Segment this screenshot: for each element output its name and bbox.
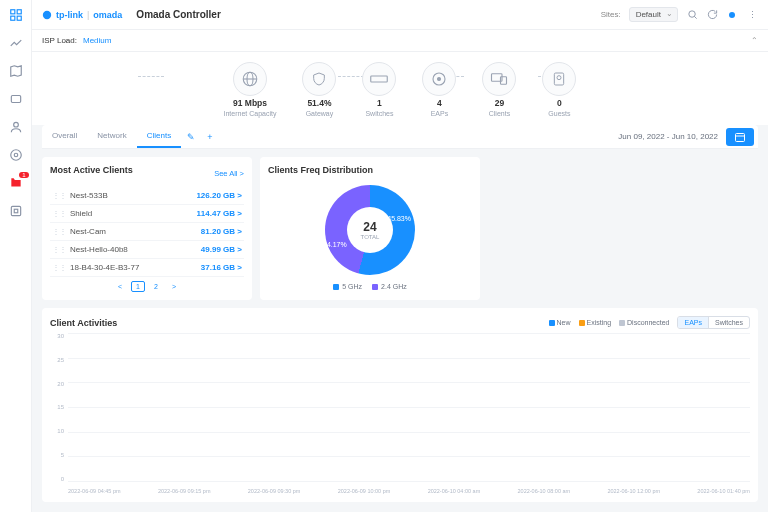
topo-eaps[interactable]: 4 EAPs — [422, 62, 456, 117]
client-traffic: 126.20 GB > — [196, 191, 242, 200]
toggle-switches[interactable]: Switches — [709, 317, 749, 328]
svg-point-5 — [13, 122, 18, 127]
client-name: 18-B4-30-4E-B3-77 — [70, 263, 139, 272]
sites-label: Sites: — [601, 10, 621, 19]
svg-line-12 — [694, 16, 696, 18]
topo-switches[interactable]: 1 Switches — [362, 62, 396, 117]
svg-point-23 — [557, 76, 561, 80]
svg-point-11 — [688, 11, 694, 17]
isp-label: ISP Load: — [42, 36, 77, 45]
activities-title: Client Activities — [50, 318, 117, 328]
freq-legend: 5 GHz 2.4 GHz — [333, 283, 407, 290]
svg-rect-0 — [10, 10, 14, 14]
svg-rect-9 — [14, 209, 18, 213]
freq-panel: Clients Freq Distribution 24 TOTAL 45.83… — [260, 157, 480, 300]
brand-a: tp-link — [56, 10, 83, 20]
site-select[interactable]: Default — [629, 7, 678, 22]
calendar-button[interactable] — [726, 128, 754, 146]
svg-rect-4 — [11, 96, 20, 103]
client-name: Nest-Cam — [70, 227, 106, 236]
client-traffic: 49.99 GB > — [201, 245, 242, 254]
topo-gateway[interactable]: 51.4% Gateway — [302, 62, 336, 117]
pager-next[interactable]: > — [167, 281, 181, 292]
refresh-icon[interactable] — [706, 9, 718, 21]
tab-network[interactable]: Network — [87, 125, 136, 148]
drag-icon: ⋮⋮ — [52, 263, 66, 272]
pager-1[interactable]: 1 — [131, 281, 145, 292]
date-range: Jun 09, 2022 - Jun 10, 2022 — [618, 132, 726, 141]
client-row[interactable]: ⋮⋮18-B4-30-4E-B3-7737.16 GB > — [50, 259, 244, 277]
donut-total-label: TOTAL — [361, 234, 380, 240]
topology-strip: 91 Mbps Internet Capacity 51.4% Gateway … — [32, 52, 768, 125]
nav-statistics-icon[interactable] — [9, 36, 23, 50]
tab-overall[interactable]: Overall — [42, 125, 87, 148]
donut-total: 24 — [363, 220, 376, 234]
svg-rect-2 — [10, 16, 14, 20]
client-row[interactable]: ⋮⋮Nest-533B126.20 GB > — [50, 187, 244, 205]
pager-prev[interactable]: < — [113, 281, 127, 292]
svg-rect-1 — [17, 10, 21, 14]
edit-icon[interactable]: ✎ — [181, 132, 201, 142]
topo-clients[interactable]: 29 Clients — [482, 62, 516, 117]
more-icon[interactable]: ⋮ — [746, 9, 758, 21]
activities-chart: 302520151050 2022-06-09 04:45 pm2022-06-… — [50, 333, 750, 494]
svg-point-6 — [10, 150, 21, 161]
most-active-title: Most Active Clients — [50, 165, 133, 175]
nav-dashboard-icon[interactable] — [9, 8, 23, 22]
client-traffic: 114.47 GB > — [196, 209, 242, 218]
svg-rect-24 — [736, 133, 745, 141]
svg-point-19 — [438, 78, 441, 81]
client-name: Nest-Hello-40b8 — [70, 245, 128, 254]
topo-internet[interactable]: 91 Mbps Internet Capacity — [224, 62, 277, 117]
svg-rect-3 — [17, 16, 21, 20]
donut-chart: 24 TOTAL 45.83% 54.17% — [325, 185, 415, 275]
drag-icon: ⋮⋮ — [52, 227, 66, 236]
left-nav — [0, 0, 32, 512]
drag-icon: ⋮⋮ — [52, 191, 66, 200]
scope-toggle[interactable]: EAPs Switches — [677, 316, 750, 329]
drag-icon: ⋮⋮ — [52, 245, 66, 254]
nav-clients-icon[interactable] — [9, 120, 23, 134]
status-dot-icon[interactable] — [726, 9, 738, 21]
client-traffic: 37.16 GB > — [201, 263, 242, 272]
svg-point-10 — [43, 10, 51, 18]
svg-rect-21 — [501, 77, 507, 85]
topo-guests[interactable]: 0 Guests — [542, 62, 576, 117]
pager-2[interactable]: 2 — [149, 281, 163, 292]
most-active-panel: Most Active Clients See All > ⋮⋮Nest-533… — [42, 157, 252, 300]
see-all-link[interactable]: See All > — [214, 169, 244, 178]
tab-clients[interactable]: Clients — [137, 125, 181, 148]
svg-rect-22 — [555, 73, 564, 85]
pager: < 1 2 > — [50, 281, 244, 292]
freq-title: Clients Freq Distribution — [268, 165, 373, 175]
topbar: tp-link | omada Omada Controller Sites: … — [32, 0, 768, 30]
toggle-eaps[interactable]: EAPs — [678, 317, 709, 328]
nav-log-icon[interactable] — [9, 176, 23, 190]
donut-pct-a: 54.17% — [323, 241, 347, 248]
nav-settings-icon[interactable] — [9, 204, 23, 218]
brand-logo: tp-link | omada — [42, 10, 122, 20]
drag-icon: ⋮⋮ — [52, 209, 66, 218]
isp-load-bar: ISP Load: Medium ⌃ — [32, 30, 768, 52]
donut-pct-b: 45.83% — [387, 215, 411, 222]
svg-rect-16 — [371, 76, 388, 82]
nav-map-icon[interactable] — [9, 64, 23, 78]
svg-rect-8 — [11, 206, 20, 215]
svg-point-7 — [14, 153, 18, 157]
nav-devices-icon[interactable] — [9, 92, 23, 106]
client-name: Shield — [70, 209, 92, 218]
client-row[interactable]: ⋮⋮Nest-Cam81.20 GB > — [50, 223, 244, 241]
brand-b: omada — [93, 10, 122, 20]
page-title: Omada Controller — [136, 9, 220, 20]
nav-insight-icon[interactable] — [9, 148, 23, 162]
activities-panel: Client Activities New Existing Disconnec… — [42, 308, 758, 502]
activities-legend: New Existing Disconnected EAPs Switches — [549, 316, 750, 329]
client-row[interactable]: ⋮⋮Nest-Hello-40b849.99 GB > — [50, 241, 244, 259]
collapse-icon[interactable]: ⌃ — [751, 36, 758, 45]
client-name: Nest-533B — [70, 191, 108, 200]
client-row[interactable]: ⋮⋮Shield114.47 GB > — [50, 205, 244, 223]
search-icon[interactable] — [686, 9, 698, 21]
tabs: Overall Network Clients ✎ + Jun 09, 2022… — [42, 125, 758, 149]
add-icon[interactable]: + — [201, 132, 218, 142]
isp-value[interactable]: Medium — [83, 36, 111, 45]
